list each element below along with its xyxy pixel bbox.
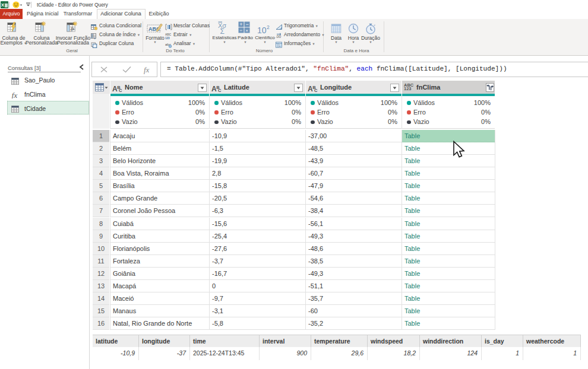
svg-text:÷: ÷ — [239, 28, 242, 33]
svg-text:−: − — [245, 21, 248, 27]
svg-text:×: × — [245, 28, 248, 33]
svg-text:fx: fx — [144, 65, 150, 74]
svg-text:Σ: Σ — [220, 27, 225, 34]
svg-text:10: 10 — [257, 26, 267, 35]
svg-text:2: 2 — [267, 24, 270, 30]
svg-text:+: + — [239, 21, 242, 27]
svg-text:fx: fx — [71, 26, 74, 31]
svg-text:1: 1 — [279, 44, 281, 47]
svg-text:123: 123 — [165, 37, 170, 40]
svg-text:X: X — [1, 2, 5, 8]
svg-text:ABC: ABC — [165, 33, 172, 36]
svg-text:.00: .00 — [276, 34, 281, 39]
svg-text:1: 1 — [94, 36, 96, 40]
svg-text:fx: fx — [12, 91, 18, 98]
